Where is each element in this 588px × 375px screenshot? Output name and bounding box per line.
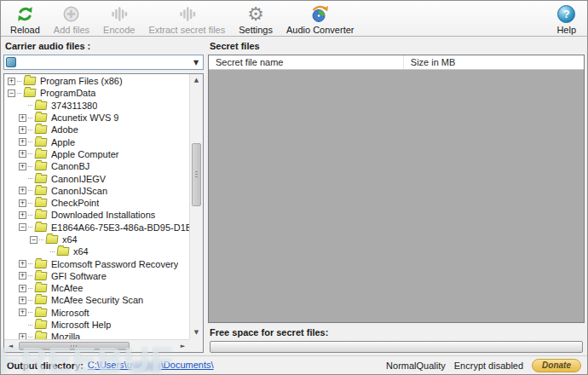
connector-line [28,141,32,142]
connector-line [28,130,32,130]
tree-item[interactable]: Microsoft Help [4,319,189,331]
secret-files-listview[interactable]: Secret file name Size in MB [208,55,585,323]
reload-button[interactable]: Reload [4,2,46,38]
expander-icon[interactable]: + [19,163,26,170]
connector-line [28,203,32,204]
tree-item[interactable]: − ProgramData [4,87,189,99]
expander-icon[interactable]: + [19,260,26,268]
expander-icon[interactable]: + [19,333,26,339]
expander-icon[interactable]: − [8,89,15,97]
tree-item[interactable]: + CanonIJScan [4,185,189,197]
tree-item-label: Microsoft Help [51,320,111,330]
folder-icon [34,309,47,317]
tree-item-label: Acunetix WVS 9 [51,112,118,123]
tree-item[interactable]: + Acunetix WVS 9 [4,112,189,124]
secret-files-empty-area[interactable] [209,70,584,322]
scroll-down-icon[interactable]: ▼ [190,326,203,339]
tree-item[interactable]: + Adobe [4,124,189,136]
tree-item-label: x64 [73,246,89,257]
help-button[interactable]: ? Help [551,2,582,38]
settings-button[interactable]: ⚙ Settings [233,2,279,38]
expander-icon[interactable]: + [19,309,26,316]
expander-icon[interactable]: + [8,78,15,85]
tree-item[interactable]: + Microsoft [4,307,189,319]
connector-line [28,190,32,191]
column-secret-file-name[interactable]: Secret file name [209,55,404,69]
add-files-button[interactable]: Add files [48,2,95,38]
scroll-up-icon[interactable]: ▲ [190,74,203,87]
horizontal-scroll-thumb[interactable] [19,342,130,350]
tree-item[interactable]: − E1864A66-75E3-486a-BD95-D1B7 [4,222,189,234]
donate-button[interactable]: Donate [532,359,581,372]
audio-converter-label: Audio Converter [286,25,355,35]
tree-item[interactable]: + Mozilla [4,331,189,339]
scroll-left-icon[interactable]: ◄ [4,340,17,353]
combobox-dropdown-button[interactable]: ▼ [189,55,203,69]
tree-item[interactable]: + Program Files (x86) [4,75,189,87]
expander-icon[interactable]: + [19,114,26,122]
secret-files-panel: Secret files Secret file name Size in MB… [205,37,587,355]
carrier-location-combobox[interactable]: ▼ [3,55,204,70]
add-files-label: Add files [54,25,89,35]
expander-icon[interactable]: + [19,187,26,194]
expander-icon[interactable]: + [19,138,26,146]
extract-secret-files-label: Extract secret files [148,25,225,35]
tree-item-label: Microsoft [51,308,89,318]
settings-label: Settings [239,25,273,35]
encode-button[interactable]: Encode [97,2,141,38]
tree-item-label: E1864A66-75E3-486a-BD95-D1B7 [51,222,189,233]
tree-item[interactable]: + CheckPoint [4,197,189,209]
tree-item[interactable]: CanonIJEGV [4,172,189,184]
connector-line [28,118,32,118]
folder-icon [34,320,47,329]
horizontal-scrollbar[interactable]: ◄ ► [4,339,189,352]
output-directory-link[interactable]: C:\Users\u\Documents\ [88,360,214,371]
tree-item[interactable]: 374311380 [4,100,189,112]
connector-line [28,288,32,289]
tree-item[interactable]: + McAfee Security Scan [4,294,189,306]
free-space-label: Free space for secret files: [210,327,583,338]
connector-line [50,251,55,252]
help-label: Help [556,25,576,35]
tree-item[interactable]: + McAfee [4,282,189,294]
expander-icon[interactable]: + [19,211,26,219]
scrollbar-corner [189,339,203,352]
expander-icon[interactable]: + [19,272,26,280]
column-size-in-mb[interactable]: Size in MB [404,55,584,69]
folder-icon [23,89,36,97]
tree-item[interactable]: − x64 [4,234,189,245]
tree-item[interactable]: + Apple Computer [4,148,189,160]
tree-item-label: Program Files (x86) [40,76,123,86]
folder-icon [34,211,47,219]
expander-icon[interactable]: + [19,126,26,134]
tree-item-label: GFI Software [51,271,107,281]
tree-item[interactable]: + Downloaded Installations [4,209,189,221]
scroll-right-icon[interactable]: ► [176,340,189,353]
audio-converter-button[interactable]: Audio Converter [280,2,360,38]
tree-item[interactable]: + Apple [4,136,189,147]
expander-icon[interactable]: + [19,150,26,158]
folder-icon [34,272,47,280]
folder-treeview: + Program Files (x86) − ProgramData 3743… [3,73,204,353]
expander-icon[interactable]: − [19,223,26,231]
encode-icon [109,3,129,25]
tree-item-label: CheckPoint [51,198,99,208]
expander-icon[interactable]: − [30,236,37,244]
connector-line [28,312,32,313]
connector-line [28,300,32,301]
folder-icon [34,150,47,159]
encode-label: Encode [103,25,135,35]
connector-line [28,215,32,216]
expander-icon[interactable]: + [19,199,26,207]
tree-item[interactable]: + CanonBJ [4,160,189,172]
vertical-scrollbar[interactable]: ▲ ▼ [189,74,203,339]
expander-icon[interactable]: + [19,297,26,304]
expander-icon[interactable]: + [19,285,26,292]
tree-item[interactable]: + Elcomsoft Password Recovery [4,257,189,269]
connector-line [28,153,32,154]
vertical-scroll-thumb[interactable] [192,143,201,207]
tree-item[interactable]: x64 [4,245,189,257]
free-space-section: Free space for secret files: [208,323,585,353]
extract-secret-files-button[interactable]: Extract secret files [142,2,231,38]
tree-item[interactable]: + GFI Software [4,270,189,282]
